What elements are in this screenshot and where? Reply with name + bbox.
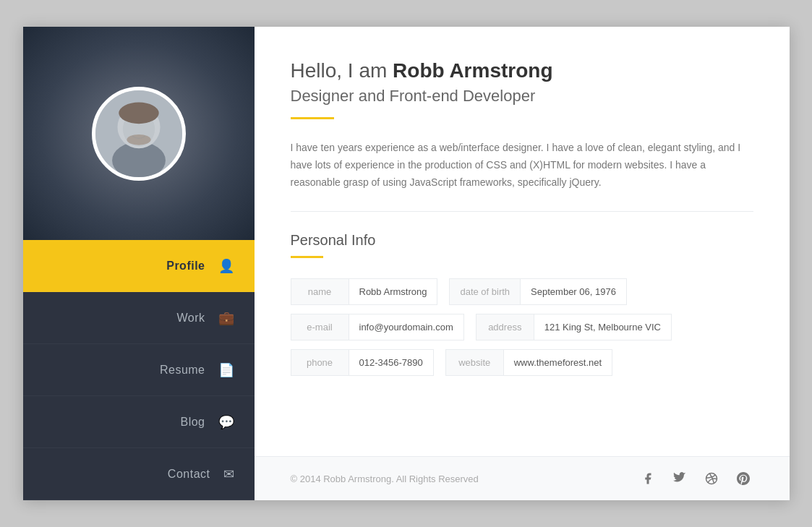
- label-address: address: [476, 314, 534, 340]
- label-dob: date of birth: [449, 278, 520, 305]
- svg-point-4: [119, 102, 158, 124]
- sidebar-photo-area: [23, 27, 255, 240]
- dribbble-icon[interactable]: [701, 468, 722, 489]
- value-address: 121 King St, Melbourne VIC: [534, 314, 672, 340]
- pinterest-icon[interactable]: [733, 468, 753, 489]
- sidebar-item-contact[interactable]: Contact ✉: [23, 448, 255, 500]
- sidebar-label-work: Work: [176, 312, 205, 325]
- blog-icon: 💬: [218, 414, 234, 430]
- greeting-prefix: Hello, I am: [291, 59, 393, 82]
- label-email: e-mail: [291, 314, 349, 340]
- name-bold: Robb Armstrong: [393, 59, 552, 82]
- sidebar-item-work[interactable]: Work 💼: [23, 292, 255, 344]
- label-name: name: [291, 278, 349, 305]
- avatar: [92, 87, 186, 181]
- info-cell-email: e-mail info@yourdomain.com: [291, 314, 464, 340]
- value-website: www.themeforest.net: [503, 349, 612, 376]
- value-dob: September 06, 1976: [520, 278, 627, 305]
- info-row-3: phone 012-3456-7890 website www.themefor…: [291, 349, 753, 376]
- app-container: Profile 👤 Work 💼 Resume 📄 Blog 💬 Contact…: [23, 27, 790, 500]
- bio-text: I have ten years experience as a web/int…: [291, 140, 753, 191]
- info-row-2: e-mail info@yourdomain.com address 121 K…: [291, 314, 753, 340]
- sidebar-label-profile: Profile: [166, 260, 205, 273]
- sidebar-label-contact: Contact: [168, 468, 210, 481]
- info-cell-dob: date of birth September 06, 1976: [449, 278, 626, 305]
- info-cell-phone: phone 012-3456-7890: [291, 349, 434, 376]
- info-cell-address: address 121 King St, Melbourne VIC: [476, 314, 672, 340]
- sidebar: Profile 👤 Work 💼 Resume 📄 Blog 💬 Contact…: [23, 27, 255, 500]
- social-icons: [638, 468, 753, 489]
- info-cell-website: website www.themeforest.net: [445, 349, 612, 376]
- profile-icon: 👤: [218, 258, 234, 274]
- work-icon: 💼: [218, 310, 234, 326]
- accent-divider: [291, 117, 334, 119]
- label-phone: phone: [291, 349, 349, 376]
- twitter-icon[interactable]: [670, 468, 690, 489]
- personal-info-title: Personal Info: [291, 232, 753, 249]
- greeting-heading: Hello, I am Robb Armstrong: [291, 59, 753, 82]
- sidebar-item-profile[interactable]: Profile 👤: [23, 240, 255, 292]
- sidebar-label-blog: Blog: [180, 416, 205, 429]
- value-name: Robb Armstrong: [349, 278, 438, 305]
- sidebar-label-resume: Resume: [160, 364, 205, 377]
- value-phone: 012-3456-7890: [349, 349, 434, 376]
- value-email: info@yourdomain.com: [349, 314, 464, 340]
- main-content: Hello, I am Robb Armstrong Designer and …: [255, 27, 790, 456]
- label-website: website: [445, 349, 503, 376]
- main-footer: © 2014 Robb Armstrong. All Rights Reserv…: [255, 456, 790, 500]
- accent-divider-sm: [291, 256, 323, 258]
- info-grid: name Robb Armstrong date of birth Septem…: [291, 278, 753, 376]
- contact-icon: ✉: [223, 466, 234, 482]
- info-cell-name: name Robb Armstrong: [291, 278, 438, 305]
- facebook-icon[interactable]: [638, 468, 658, 489]
- subtitle: Designer and Front-end Developer: [291, 87, 753, 106]
- main-panel: Hello, I am Robb Armstrong Designer and …: [255, 27, 790, 500]
- section-divider: [291, 211, 753, 212]
- sidebar-item-resume[interactable]: Resume 📄: [23, 344, 255, 396]
- info-row-1: name Robb Armstrong date of birth Septem…: [291, 278, 753, 305]
- resume-icon: 📄: [218, 362, 234, 378]
- sidebar-item-blog[interactable]: Blog 💬: [23, 396, 255, 448]
- copyright: © 2014 Robb Armstrong. All Rights Reserv…: [291, 474, 479, 484]
- svg-point-5: [127, 134, 150, 145]
